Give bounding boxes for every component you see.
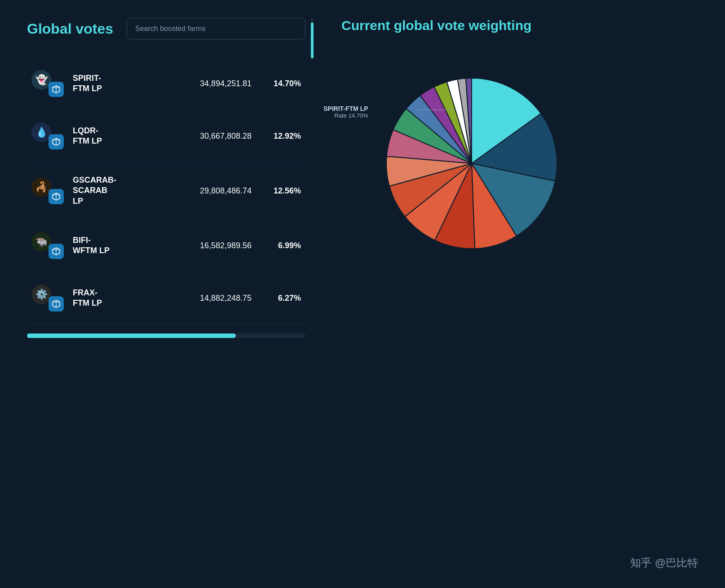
- farm-percent: 6.99%: [261, 241, 301, 250]
- farm-votes: 14,882,248.75: [154, 294, 252, 303]
- left-header: Global votes: [27, 18, 305, 39]
- farm-percent: 12.56%: [261, 186, 301, 196]
- farm-votes: 34,894,251.81: [154, 79, 252, 88]
- scrollbar-track: [311, 18, 314, 39]
- farm-item[interactable]: 👻 SPIRIT-FTM LP34,894,251.8114.70%: [27, 57, 305, 110]
- farm-percent: 12.92%: [261, 132, 301, 141]
- pie-chart: [377, 69, 566, 258]
- farm-item[interactable]: 🦂 GSCARAB-SCARABLP29,808,486.7412.56%: [27, 162, 305, 219]
- farm-name: FRAX-FTM LP: [73, 288, 145, 309]
- page-title: Global votes: [27, 21, 113, 37]
- farm-icon-sub: [49, 244, 64, 259]
- farm-icon-sub: [49, 189, 64, 204]
- farm-icon-sub: [49, 82, 64, 97]
- search-box: [127, 18, 305, 39]
- chart-title: Current global vote weighting: [341, 18, 531, 33]
- scrollbar-thumb[interactable]: [311, 22, 314, 58]
- farm-item[interactable]: 💧 LQDR-FTM LP30,667,808.2812.92%: [27, 110, 305, 162]
- pie-label-line: [417, 110, 453, 110]
- farm-name: LQDR-FTM LP: [73, 126, 145, 147]
- farm-icons: 🦂: [31, 177, 64, 204]
- chart-container: SPIRIT-FTM LP Rate 14.70%: [377, 69, 566, 258]
- bottom-scrollbar-thumb[interactable]: [27, 333, 236, 338]
- farm-list: 👻 SPIRIT-FTM LP34,894,251.8114.70%💧 LQDR…: [27, 57, 305, 325]
- farm-name: GSCARAB-SCARABLP: [73, 175, 145, 206]
- farm-votes: 29,808,486.74: [154, 186, 252, 196]
- right-panel: Current global vote weighting SPIRIT-FTM…: [323, 18, 698, 570]
- pie-label-rate: Rate 14.70%: [323, 112, 368, 119]
- farm-icons: 🐃: [31, 232, 64, 259]
- farm-icons: 💧: [31, 123, 64, 149]
- pie-label-name: SPIRIT-FTM LP: [323, 105, 368, 112]
- farm-name: SPIRIT-FTM LP: [73, 73, 145, 94]
- farm-item[interactable]: ⚙️ FRAX-FTM LP14,882,248.756.27%: [27, 272, 305, 325]
- farm-item[interactable]: 🐃 BIFI-WFTM LP16,582,989.566.99%: [27, 219, 305, 272]
- farm-votes: 30,667,808.28: [154, 132, 252, 141]
- farm-name: BIFI-WFTM LP: [73, 235, 145, 256]
- main-container: Global votes 👻 SPIRIT-FTM LP34,894,251.8…: [0, 0, 725, 588]
- search-input[interactable]: [127, 18, 305, 39]
- pie-label: SPIRIT-FTM LP Rate 14.70%: [323, 105, 368, 119]
- farm-percent: 14.70%: [261, 79, 301, 88]
- farm-percent: 6.27%: [261, 294, 301, 303]
- farm-icon-sub: [49, 296, 64, 312]
- farm-icons: 👻: [31, 70, 64, 97]
- left-panel: Global votes 👻 SPIRIT-FTM LP34,894,251.8…: [27, 18, 305, 570]
- bottom-scrollbar-track: [27, 333, 305, 338]
- farm-votes: 16,582,989.56: [154, 241, 252, 250]
- farm-icon-sub: [49, 134, 64, 149]
- watermark: 知乎 @巴比特: [630, 556, 698, 570]
- farm-icons: ⚙️: [31, 285, 64, 312]
